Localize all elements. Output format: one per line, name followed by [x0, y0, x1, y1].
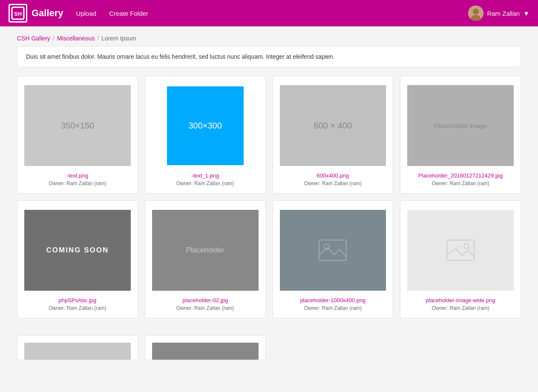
- gallery-card[interactable]: COMING SOON phpSPsAbc.jpg Owner: Ram Zal…: [17, 200, 138, 318]
- breadcrumb: CSH Gallery / Miscellaneous / Lorem Ipsu…: [0, 26, 538, 46]
- logo[interactable]: SH Gallery: [9, 4, 63, 23]
- user-menu[interactable]: Ram Zallan ▼: [468, 6, 529, 21]
- gallery-grid: 350×150 -text.png Owner: Ram Zallan (ram…: [0, 76, 538, 335]
- card-image-2: 300×300: [152, 83, 259, 168]
- card-owner-1: Owner: Ram Zallan (ram): [49, 180, 106, 186]
- partial-image-9: [24, 343, 131, 360]
- card-owner-8: Owner: Ram Zallan (ram): [432, 305, 489, 311]
- card-name-4: Placeholder_20160127212429.jpg: [418, 172, 503, 179]
- description-box: Duis sit amet finibus dolor. Mauris orna…: [17, 46, 521, 67]
- description-text: Duis sit amet finibus dolor. Mauris orna…: [26, 53, 335, 60]
- svg-rect-7: [447, 240, 474, 260]
- gallery-card[interactable]: 300×300 -text_1.png Owner: Ram Zallan (r…: [145, 76, 266, 194]
- card-owner-5: Owner: Ram Zallan (ram): [49, 305, 106, 311]
- upload-link[interactable]: Upload: [76, 10, 97, 17]
- card-name-7: placeholder-1000x400.png: [300, 297, 365, 303]
- main-nav: Upload Create Folder: [76, 10, 469, 17]
- breadcrumb-sep-2: /: [97, 35, 99, 42]
- placeholder-img-4: Placeholder image: [407, 85, 514, 166]
- card-image-6: Placeholder: [152, 208, 259, 293]
- breadcrumb-current: Lorem Ipsum: [101, 35, 136, 42]
- gallery-card[interactable]: 600 × 400 600x400.png Owner: Ram Zallan …: [273, 76, 394, 194]
- card-name-5: phpSPsAbc.jpg: [58, 297, 96, 303]
- user-name: Ram Zallan: [487, 10, 520, 17]
- header: SH Gallery Upload Create Folder Ram Zall…: [0, 0, 538, 26]
- card-owner-7: Owner: Ram Zallan (ram): [304, 305, 362, 311]
- breadcrumb-sep-1: /: [53, 35, 55, 42]
- create-folder-link[interactable]: Create Folder: [109, 10, 148, 17]
- placeholder-img-6: Placeholder: [152, 210, 259, 291]
- card-name-1: -text.png: [67, 172, 89, 179]
- svg-rect-5: [319, 240, 346, 260]
- svg-point-3: [473, 9, 479, 14]
- card-owner-3: Owner: Ram Zallan (ram): [304, 180, 362, 186]
- card-owner-4: Owner: Ram Zallan (ram): [432, 180, 489, 186]
- placeholder-img-8: [407, 210, 514, 291]
- gallery-card[interactable]: placeholder-image-wide.png Owner: Ram Za…: [400, 200, 521, 318]
- breadcrumb-middle[interactable]: Miscellaneous: [57, 35, 95, 42]
- gallery-card[interactable]: 350×150 -text.png Owner: Ram Zallan (ram…: [17, 76, 138, 194]
- svg-point-8: [464, 243, 469, 249]
- partial-spacer-4: [400, 335, 521, 352]
- placeholder-img-5: COMING SOON: [24, 210, 131, 291]
- card-image-3: 600 × 400: [280, 83, 386, 168]
- placeholder-img-7: [280, 210, 386, 291]
- gallery-card[interactable]: placeholder-1000x400.png Owner: Ram Zall…: [273, 200, 394, 318]
- avatar: [468, 6, 483, 21]
- gallery-card-partial[interactable]: [17, 335, 138, 360]
- gallery-card[interactable]: Placeholder image Placeholder_2016012721…: [400, 76, 521, 194]
- logo-text: Gallery: [32, 8, 63, 19]
- dropdown-arrow: ▼: [523, 10, 529, 17]
- card-name-6: placeholder-02.jpg: [182, 297, 228, 303]
- placeholder-img-2: 300×300: [167, 86, 244, 165]
- card-name-3: 600x400.png: [317, 172, 349, 179]
- gallery-grid-partial: [0, 335, 538, 360]
- card-image-1: 350×150: [24, 83, 131, 168]
- card-image-8: [407, 208, 514, 293]
- image-icon-dark: [316, 233, 350, 267]
- card-image-5: COMING SOON: [24, 208, 131, 293]
- card-image-7: [280, 208, 386, 293]
- partial-spacer-3: [273, 335, 394, 352]
- breadcrumb-root[interactable]: CSH Gallery: [17, 35, 50, 42]
- partial-image-10: [152, 343, 259, 360]
- card-owner-6: Owner: Ram Zallan (ram): [176, 305, 234, 311]
- card-owner-2: Owner: Ram Zallan (ram): [176, 180, 234, 186]
- placeholder-img-1: 350×150: [24, 85, 131, 166]
- card-name-2: -text_1.png: [191, 172, 219, 179]
- card-image-4: Placeholder image: [407, 83, 514, 168]
- gallery-card[interactable]: Placeholder placeholder-02.jpg Owner: Ra…: [145, 200, 266, 318]
- card-name-8: placeholder-image-wide.png: [426, 297, 495, 303]
- placeholder-img-3: 600 × 400: [280, 85, 386, 166]
- gallery-card-partial[interactable]: [145, 335, 266, 360]
- image-icon-light: [443, 233, 478, 267]
- svg-text:SH: SH: [14, 11, 22, 17]
- logo-icon: SH: [9, 4, 27, 23]
